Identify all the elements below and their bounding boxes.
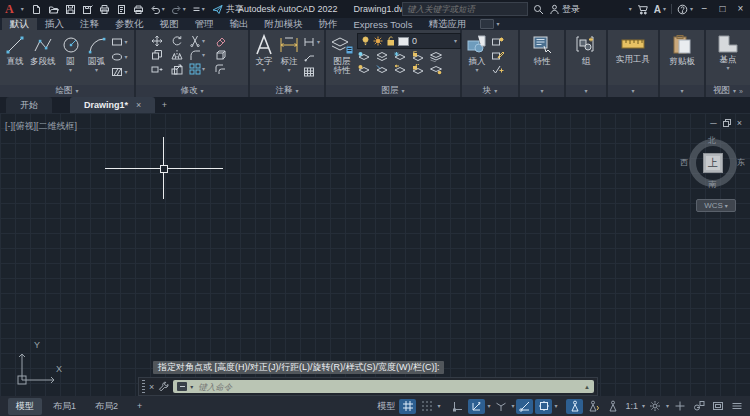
panel-groups-label[interactable]: ▾ bbox=[566, 85, 606, 97]
save-as-button[interactable] bbox=[82, 4, 93, 15]
layout-tab-layout2[interactable]: 布局2 bbox=[87, 398, 126, 415]
stretch-button[interactable] bbox=[151, 63, 170, 75]
more-panels-icon[interactable]: » bbox=[739, 88, 743, 95]
clean-screen-button[interactable] bbox=[709, 399, 726, 414]
close-tab-icon[interactable]: × bbox=[136, 100, 141, 110]
layer-freeze-icon[interactable] bbox=[393, 51, 406, 62]
redo-button[interactable]: ▾ bbox=[171, 4, 186, 15]
panel-modify-label[interactable]: 修改▾ bbox=[136, 85, 248, 97]
help-search-box[interactable] bbox=[402, 2, 528, 16]
undo-button[interactable]: ▾ bbox=[150, 4, 165, 15]
account-chevron-icon[interactable]: ▾ bbox=[629, 6, 632, 12]
object-snap-tracking-toggle[interactable] bbox=[516, 399, 533, 414]
panel-annotation-label[interactable]: 注释▾ bbox=[250, 85, 324, 97]
layout-tab-model[interactable]: 模型 bbox=[8, 398, 42, 415]
layer-lock-icon[interactable] bbox=[411, 51, 424, 62]
plot-button[interactable] bbox=[99, 4, 110, 15]
viewcube-west-label[interactable]: 西 bbox=[680, 157, 688, 168]
layer-unlock-tool-icon[interactable] bbox=[411, 64, 424, 75]
ellipse-button[interactable]: ▾ bbox=[111, 51, 128, 63]
trim-button[interactable]: ▾ bbox=[189, 35, 213, 47]
layer-isolate-icon[interactable] bbox=[357, 51, 370, 62]
command-expand-icon[interactable]: ▲ bbox=[584, 384, 590, 390]
panel-layers-label[interactable]: 图层▾ bbox=[326, 85, 460, 97]
ribbon-tab-view[interactable]: 视图 bbox=[152, 18, 187, 30]
open-button[interactable] bbox=[48, 4, 59, 15]
explode-button[interactable] bbox=[214, 49, 233, 61]
panel-utilities-label[interactable]: ▾ bbox=[608, 85, 658, 97]
print-button[interactable] bbox=[133, 4, 144, 15]
layer-off-icon[interactable] bbox=[357, 64, 370, 75]
customization-menu-button[interactable] bbox=[728, 399, 745, 414]
circle-button[interactable]: 圆 ▾ bbox=[59, 33, 83, 74]
dimension-chevron-icon[interactable]: ▾ bbox=[287, 67, 290, 73]
scale-button[interactable] bbox=[171, 63, 188, 75]
snap-toggle[interactable] bbox=[418, 399, 435, 414]
offset-button[interactable] bbox=[214, 63, 233, 75]
maximize-button[interactable]: □ bbox=[716, 0, 729, 18]
workspace-switching-button[interactable] bbox=[647, 399, 664, 414]
hatch-button[interactable]: ▾ bbox=[111, 66, 128, 78]
close-button[interactable]: × bbox=[734, 0, 747, 18]
ribbon-tab-addins[interactable]: 附加模块 bbox=[257, 18, 311, 30]
dock-customize-wrench-icon[interactable] bbox=[158, 381, 169, 392]
paste-button[interactable]: 剪贴板 bbox=[668, 33, 696, 67]
layer-prev-icon[interactable] bbox=[393, 64, 406, 75]
viewcube-north-label[interactable]: 北 bbox=[708, 135, 716, 146]
new-file-button[interactable] bbox=[31, 4, 42, 15]
dock-close-icon[interactable]: × bbox=[149, 382, 154, 392]
app-menu-chevron-icon[interactable]: ▾ bbox=[21, 6, 24, 12]
app-store-cart-button[interactable] bbox=[637, 4, 649, 15]
move-button[interactable] bbox=[151, 35, 170, 47]
print-preview-button[interactable] bbox=[116, 4, 127, 15]
object-snap-chevron-icon[interactable]: ▾ bbox=[554, 403, 557, 409]
viewport-restore-icon[interactable] bbox=[723, 119, 731, 127]
edit-attributes-button[interactable] bbox=[491, 64, 504, 75]
viewcube-east-label[interactable]: 东 bbox=[737, 157, 745, 168]
circle-chevron-icon[interactable]: ▾ bbox=[69, 67, 72, 73]
dock-drag-handle[interactable] bbox=[142, 380, 145, 393]
insert-block-button[interactable]: 插入 ▾ bbox=[465, 33, 489, 74]
ribbon-tab-manage[interactable]: 管理 bbox=[187, 18, 222, 30]
add-status-tools-button[interactable] bbox=[671, 399, 688, 414]
ribbon-tab-home[interactable]: 默认 bbox=[2, 18, 37, 30]
isolate-objects-button[interactable] bbox=[690, 399, 707, 414]
linear-dimension-button[interactable]: ▾ bbox=[303, 36, 320, 48]
object-snap-toggle[interactable] bbox=[535, 399, 552, 414]
layer-dropdown[interactable]: 0 ▾ bbox=[357, 33, 461, 49]
customize-quick-access-button[interactable]: ▾ bbox=[192, 5, 205, 14]
create-block-button[interactable] bbox=[491, 36, 504, 47]
base-button[interactable]: 基点 ▾ bbox=[715, 33, 741, 72]
workspace-chevron-icon[interactable]: ▾ bbox=[666, 403, 669, 409]
layer-properties-button[interactable]: 图层特性 bbox=[329, 33, 355, 77]
panel-block-label[interactable]: 块▾ bbox=[462, 85, 518, 97]
erase-button[interactable] bbox=[214, 35, 233, 47]
help-button[interactable]: ▾ bbox=[677, 4, 693, 15]
polar-tracking-toggle[interactable] bbox=[468, 399, 485, 414]
annotation-scale-chevron-icon[interactable]: ▾ bbox=[642, 403, 645, 409]
insert-block-chevron-icon[interactable]: ▾ bbox=[475, 67, 478, 73]
search-button[interactable] bbox=[533, 4, 544, 15]
ribbon-tab-parametric[interactable]: 参数化 bbox=[107, 18, 152, 30]
annotation-scale-button[interactable] bbox=[604, 399, 621, 414]
save-button[interactable] bbox=[65, 4, 76, 15]
viewcube-top-face[interactable]: 上 bbox=[703, 153, 723, 173]
layer-unisolate-icon[interactable] bbox=[375, 51, 388, 62]
viewport-controls-label[interactable]: [-][俯视][二维线框] bbox=[5, 120, 77, 133]
recent-commands-icon[interactable] bbox=[177, 382, 187, 391]
ribbon-tab-annotate[interactable]: 注释 bbox=[72, 18, 107, 30]
autocad-logo-icon[interactable]: A bbox=[5, 3, 14, 15]
group-button[interactable]: 组 bbox=[574, 33, 598, 67]
annotation-scale-value[interactable]: 1:1 bbox=[623, 401, 640, 411]
dimension-button[interactable]: 标注 ▾ bbox=[277, 33, 301, 74]
viewport-close-icon[interactable]: × bbox=[737, 118, 742, 128]
layer-walk-icon[interactable] bbox=[429, 64, 442, 75]
layer-stack-icon[interactable] bbox=[429, 51, 442, 62]
minimize-button[interactable]: − bbox=[698, 0, 711, 18]
text-button[interactable]: 文字 ▾ bbox=[253, 33, 275, 74]
recent-commands-chevron-icon[interactable]: ▾ bbox=[190, 384, 193, 390]
snap-chevron-icon[interactable]: ▾ bbox=[437, 403, 440, 409]
ribbon-tab-insert[interactable]: 插入 bbox=[37, 18, 72, 30]
viewport-minimize-icon[interactable]: ─ bbox=[710, 118, 716, 128]
ribbon-tab-express-tools[interactable]: Express Tools bbox=[346, 18, 421, 30]
